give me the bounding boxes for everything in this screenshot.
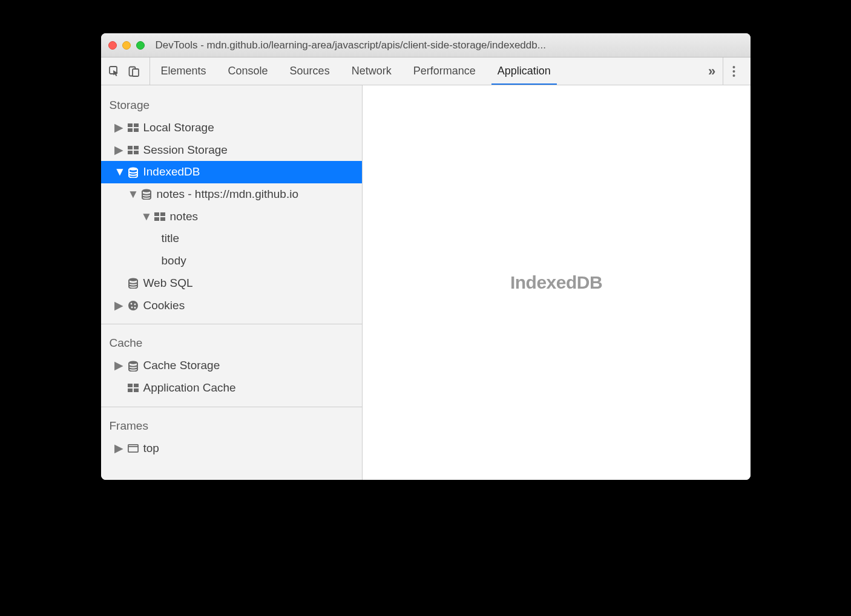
svg-point-5 (732, 74, 735, 77)
svg-point-23 (134, 303, 136, 305)
svg-rect-11 (134, 146, 139, 149)
sidebar-item-websql[interactable]: Web SQL (101, 272, 362, 295)
section-header-cache: Cache (101, 332, 362, 355)
svg-rect-17 (160, 212, 165, 216)
tab-label: Application (498, 65, 551, 77)
chevron-right-icon: ▶ (114, 358, 123, 373)
svg-point-14 (129, 167, 137, 170)
database-icon (126, 277, 140, 289)
cookie-icon (126, 300, 140, 312)
svg-point-15 (142, 189, 151, 192)
section-divider (101, 407, 362, 407)
svg-point-26 (129, 361, 137, 364)
tab-sources[interactable]: Sources (279, 57, 341, 85)
svg-rect-10 (128, 146, 133, 149)
section-header-frames: Frames (101, 414, 362, 437)
tab-elements[interactable]: Elements (150, 57, 217, 85)
svg-rect-16 (154, 212, 159, 216)
tree-label: notes - https://mdn.github.io (157, 187, 298, 202)
svg-point-21 (128, 301, 138, 310)
devtools-window: DevTools - mdn.github.io/learning-area/j… (101, 33, 751, 480)
chevron-right-icon: » (708, 64, 715, 79)
table-icon (153, 211, 166, 223)
tree-label: Session Storage (143, 143, 228, 158)
tabs-overflow-button[interactable]: » (701, 64, 723, 79)
sidebar-item-session-storage[interactable]: ▶ Session Storage (101, 139, 362, 162)
titlebar: DevTools - mdn.github.io/learning-area/j… (101, 33, 751, 57)
kebab-icon (732, 65, 735, 77)
svg-rect-27 (128, 384, 133, 387)
sidebar-item-local-storage[interactable]: ▶ Local Storage (101, 117, 362, 139)
window-controls (108, 41, 145, 50)
tree-label: top (143, 441, 159, 456)
devtools-toolbar: Elements Console Sources Network Perform… (101, 57, 751, 85)
tab-application[interactable]: Application (487, 57, 562, 85)
tab-network[interactable]: Network (341, 57, 402, 85)
frames-tree: ▶ top (101, 437, 362, 460)
tab-label: Sources (290, 65, 330, 77)
tree-label: body (162, 254, 186, 269)
sidebar-item-indexeddb[interactable]: ▼ IndexedDB (101, 161, 362, 183)
svg-point-24 (131, 306, 133, 308)
svg-rect-2 (133, 69, 139, 76)
table-icon (126, 144, 140, 156)
window-title: DevTools - mdn.github.io/learning-area/j… (156, 39, 546, 51)
svg-rect-28 (134, 384, 139, 387)
chevron-right-icon: ▶ (114, 120, 123, 136)
frame-icon (126, 442, 140, 454)
sidebar-item-frame-top[interactable]: ▶ top (101, 437, 362, 460)
sidebar-item-index-title[interactable]: title (101, 228, 362, 250)
sidebar-item-index-body[interactable]: body (101, 250, 362, 272)
tree-label: Local Storage (143, 120, 214, 136)
application-content: IndexedDB (363, 85, 751, 480)
chevron-down-icon: ▼ (128, 187, 136, 202)
svg-rect-6 (128, 123, 133, 127)
inspect-icon[interactable] (107, 64, 122, 79)
svg-rect-29 (128, 388, 133, 392)
tree-label: Cookies (143, 298, 185, 313)
tab-console[interactable]: Console (217, 57, 279, 85)
tree-label: title (162, 231, 180, 246)
svg-point-25 (134, 307, 136, 309)
sidebar-item-application-cache[interactable]: Application Cache (101, 377, 362, 399)
chevron-down-icon: ▼ (141, 209, 150, 224)
storage-tree: ▶ Local Storage ▶ Session Storage ▼ Inde… (101, 117, 362, 316)
more-options-button[interactable] (723, 57, 744, 85)
tab-label: Network (352, 65, 392, 77)
toolbar-left (107, 57, 150, 85)
cache-tree: ▶ Cache Storage Application Cache (101, 355, 362, 399)
tree-label: Application Cache (143, 381, 236, 396)
application-sidebar: Storage ▶ Local Storage ▶ Session Storag… (101, 85, 363, 480)
tree-label: Web SQL (143, 276, 193, 291)
minimize-icon[interactable] (122, 41, 131, 50)
tab-performance[interactable]: Performance (402, 57, 487, 85)
table-icon (126, 382, 140, 394)
tab-label: Elements (161, 65, 206, 77)
devtools-tabs: Elements Console Sources Network Perform… (150, 57, 701, 85)
sidebar-item-cookies[interactable]: ▶ Cookies (101, 295, 362, 317)
svg-point-22 (130, 303, 132, 304)
close-icon[interactable] (108, 41, 117, 50)
device-toggle-icon[interactable] (126, 64, 141, 79)
content-heading: IndexedDB (510, 272, 602, 293)
database-icon (126, 166, 140, 179)
tree-label: notes (170, 209, 198, 224)
sidebar-item-cache-storage[interactable]: ▶ Cache Storage (101, 355, 362, 377)
chevron-right-icon: ▶ (114, 143, 123, 158)
svg-rect-30 (134, 388, 139, 392)
svg-rect-8 (128, 128, 133, 132)
section-header-storage: Storage (101, 94, 362, 117)
svg-rect-13 (134, 151, 139, 154)
devtools-body: Storage ▶ Local Storage ▶ Session Storag… (101, 85, 751, 480)
table-icon (126, 122, 140, 134)
chevron-right-icon: ▶ (114, 441, 123, 456)
zoom-icon[interactable] (136, 41, 145, 50)
svg-rect-12 (128, 151, 133, 154)
chevron-right-icon: ▶ (114, 298, 123, 313)
tree-label: Cache Storage (143, 358, 220, 373)
section-divider (101, 324, 362, 324)
sidebar-item-db-notes[interactable]: ▼ notes - https://mdn.github.io (101, 183, 362, 206)
svg-rect-18 (154, 217, 159, 221)
svg-point-3 (732, 66, 735, 68)
sidebar-item-objectstore-notes[interactable]: ▼ notes (101, 206, 362, 228)
